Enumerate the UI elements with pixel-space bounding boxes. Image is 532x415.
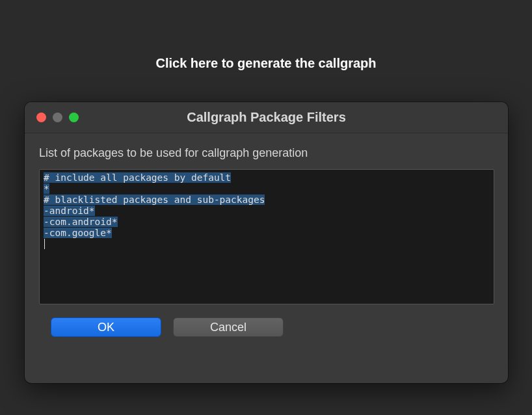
window-controls [36,113,79,122]
editor-line: * [44,183,49,194]
editor-line: -com.android* [44,217,118,227]
editor-line: # include all packages by default [44,172,231,183]
text-caret [44,239,45,249]
editor-line: -com.google* [44,228,112,238]
editor-line: # blacklisted packages and sub-packages [44,194,265,205]
dialog-titlebar: Callgraph Package Filters [25,102,508,133]
packages-label: List of packages to be used for callgrap… [39,146,494,160]
window-close-button[interactable] [36,113,46,122]
editor-line: -android* [44,206,95,216]
dialog-buttons: OK Cancel [39,317,494,337]
window-zoom-button[interactable] [69,113,79,122]
generate-callgraph-banner[interactable]: Click here to generate the callgraph [0,56,532,71]
callgraph-filters-dialog: Callgraph Package Filters List of packag… [25,102,508,383]
window-minimize-button[interactable] [53,113,62,122]
dialog-title: Callgraph Package Filters [25,110,508,125]
ok-button[interactable]: OK [51,317,161,337]
cancel-button[interactable]: Cancel [173,317,284,337]
package-filters-textarea[interactable]: # include all packages by default * # bl… [39,169,494,304]
dialog-body: List of packages to be used for callgrap… [25,133,508,349]
